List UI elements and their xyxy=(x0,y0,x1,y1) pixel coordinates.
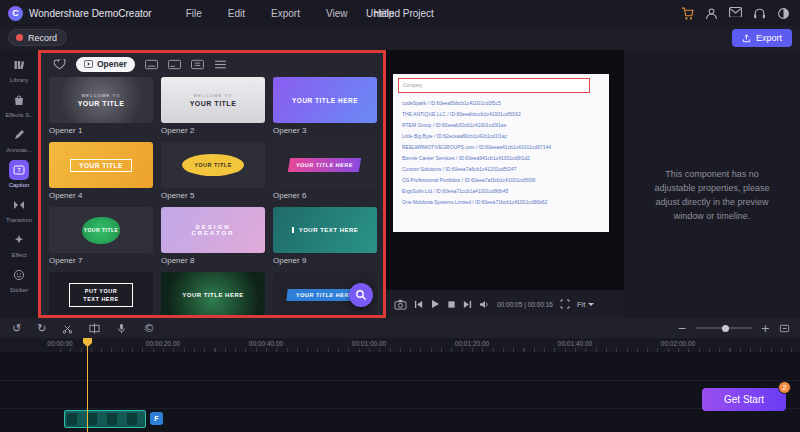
template-grid: WELCOME TO YOUR TITLE Opener 1 WELCOME T… xyxy=(49,77,377,318)
redo-icon[interactable]: ↻ xyxy=(37,323,46,334)
template-opener-8[interactable]: DESIGN CREATOR Opener 8 xyxy=(161,207,265,265)
credits-company-field: Company xyxy=(398,78,590,93)
snapshot-camera-icon[interactable] xyxy=(394,299,407,310)
template-thumbnail: PUT YOUR TEXT HERE xyxy=(49,272,153,318)
zoom-slider-knob[interactable] xyxy=(722,325,729,332)
track-divider xyxy=(0,380,800,381)
template-opener-9[interactable]: YOUR TEXT HERE Opener 9 xyxy=(273,207,377,265)
split-clip-icon[interactable] xyxy=(89,323,100,334)
credit-line: One Moldovia Systems Limited / ID:60eea7… xyxy=(402,199,603,205)
ruler-label: 00:02:00.00 xyxy=(661,340,695,347)
cart-icon[interactable] xyxy=(681,7,694,20)
timeline-ruler[interactable]: 00:00:00 00:00:20.00 00:00:40.00 00:01:0… xyxy=(0,338,800,352)
zoom-fit-dropdown[interactable]: Fit xyxy=(577,300,594,309)
play-button[interactable] xyxy=(430,299,440,309)
ruler-label: 00:01:40.00 xyxy=(558,340,592,347)
sidebar-item-effect[interactable]: Effect xyxy=(0,230,38,258)
record-button[interactable]: Record xyxy=(8,29,67,46)
caption-category-tabs: Opener xyxy=(41,53,383,75)
menu-file[interactable]: File xyxy=(186,8,202,19)
credit-line: Bonnie Career Services / ID:60eea941cb1c… xyxy=(402,155,603,161)
record-label: Record xyxy=(28,33,57,43)
next-frame-button[interactable] xyxy=(463,300,472,309)
fullscreen-icon[interactable] xyxy=(560,299,570,309)
template-thumbnail: YOUR TITLE xyxy=(49,207,153,253)
notification-badge: 2 xyxy=(778,381,791,394)
template-opener-4[interactable]: YOUR TITLE Opener 4 xyxy=(49,142,153,200)
sidebar-item-transition[interactable]: Transition xyxy=(0,195,38,223)
left-sidebar: Library Effects S.. Annotat... T Caption… xyxy=(0,50,38,318)
template-opener-2[interactable]: WELCOME TO YOUR TITLE Opener 2 xyxy=(161,77,265,135)
template-thumbnail: YOUR TITLE xyxy=(161,142,265,188)
template-opener-7[interactable]: YOUR TITLE Opener 7 xyxy=(49,207,153,265)
credit-line: OS Professional Portfolios / ID:60eea7af… xyxy=(402,177,603,183)
template-opener-1[interactable]: WELCOME TO YOUR TITLE Opener 1 xyxy=(49,77,153,135)
copyright-icon[interactable]: © xyxy=(143,323,154,334)
search-icon xyxy=(355,289,367,301)
timeline-clip[interactable] xyxy=(64,410,146,428)
undo-icon[interactable]: ↺ xyxy=(12,323,21,334)
tab-opener[interactable]: Opener xyxy=(76,57,135,72)
stop-button[interactable] xyxy=(447,300,456,309)
titlebar-actions xyxy=(681,7,790,20)
tab-subtitle-icon[interactable] xyxy=(145,59,158,70)
template-opener-3[interactable]: YOUR TITLE HERE Opener 3 xyxy=(273,77,377,135)
trim-scissors-icon[interactable] xyxy=(62,323,73,334)
zoom-in-button[interactable]: + xyxy=(761,323,770,334)
search-button[interactable] xyxy=(349,283,373,307)
template-name: Opener 7 xyxy=(49,256,153,265)
tab-lower-third-icon[interactable] xyxy=(168,59,181,70)
sidebar-item-library[interactable]: Library xyxy=(0,55,38,83)
menu-edit[interactable]: Edit xyxy=(228,8,245,19)
timeline-zoom-controls: − + xyxy=(678,323,790,334)
previous-frame-button[interactable] xyxy=(414,300,423,309)
tab-end-credit-icon[interactable] xyxy=(191,59,204,70)
template-opener-5[interactable]: YOUR TITLE Opener 5 xyxy=(161,142,265,200)
template-name: Opener 9 xyxy=(273,256,377,265)
properties-message: This component has no adjustable propert… xyxy=(646,168,778,224)
ruler-label: 00:00:20.00 xyxy=(146,340,180,347)
microphone-icon[interactable] xyxy=(116,323,127,334)
credit-line: codeSpark / ID:60eea5bbcb1c41001cd3f5c5 xyxy=(402,100,603,106)
tab-list-menu-icon[interactable] xyxy=(214,59,227,70)
video-preview-stage[interactable]: Company codeSpark / ID:60eea5bbcb1c41001… xyxy=(393,74,609,232)
preview-area: Company codeSpark / ID:60eea5bbcb1c41001… xyxy=(386,50,624,290)
template-thumbnail: YOUR TITLE HERE xyxy=(161,272,265,318)
credit-line: REELWRMOTIVEGROUPS.com / ID:60eeaa41cb1c… xyxy=(402,144,603,150)
clip-effect-badge[interactable]: F xyxy=(150,412,163,425)
export-label: Export xyxy=(756,33,782,43)
sticker-icon xyxy=(9,265,29,285)
sidebar-item-annotation[interactable]: Annotat... xyxy=(0,125,38,153)
account-icon[interactable] xyxy=(705,7,718,20)
export-button[interactable]: Export xyxy=(732,29,792,47)
export-icon xyxy=(742,34,751,43)
support-headset-icon[interactable] xyxy=(753,7,766,20)
template-opener-11[interactable]: YOUR TITLE HERE Opener 11 xyxy=(161,272,265,318)
theme-toggle-icon[interactable] xyxy=(777,7,790,20)
get-start-button[interactable]: Get Start 2 xyxy=(702,388,786,411)
sidebar-item-caption[interactable]: T Caption xyxy=(0,160,38,188)
title-bar: C Wondershare DemoCreator File Edit Expo… xyxy=(0,0,800,26)
volume-icon[interactable] xyxy=(479,300,490,309)
library-icon xyxy=(9,55,29,75)
fit-timeline-icon[interactable] xyxy=(779,323,790,334)
caption-icon: T xyxy=(9,160,29,180)
credit-line: Custom Solutions / ID:60eea7a6cb1c41201c… xyxy=(402,166,603,172)
tab-featured-icon[interactable] xyxy=(53,59,66,70)
record-dot-icon xyxy=(16,34,23,41)
sidebar-item-effects-store[interactable]: Effects S.. xyxy=(0,90,38,118)
zoom-slider[interactable] xyxy=(696,327,752,329)
sidebar-item-sticker[interactable]: Sticker xyxy=(0,265,38,293)
credit-line: THE ANTIQUE LLC / ID:60eeabbccb1c41001cd… xyxy=(402,111,603,117)
caption-template-panel: Opener WELCOME TO YOUR TITLE Opener 1 WE… xyxy=(38,50,386,318)
playback-controls: 00:00:05 | 00:00:16 Fit xyxy=(386,290,624,318)
mail-icon[interactable] xyxy=(729,7,742,20)
template-opener-10[interactable]: PUT YOUR TEXT HERE Opener 10 xyxy=(49,272,153,318)
template-thumbnail: WELCOME TO YOUR TITLE xyxy=(161,77,265,123)
template-opener-6[interactable]: YOUR TITLE HERE Opener 6 xyxy=(273,142,377,200)
playhead-line[interactable] xyxy=(87,338,88,432)
ruler-label: 00:00:40.00 xyxy=(249,340,283,347)
zoom-out-button[interactable]: − xyxy=(678,323,687,334)
main-toolbar: Record Export xyxy=(0,26,800,50)
svg-text:T: T xyxy=(17,167,21,173)
